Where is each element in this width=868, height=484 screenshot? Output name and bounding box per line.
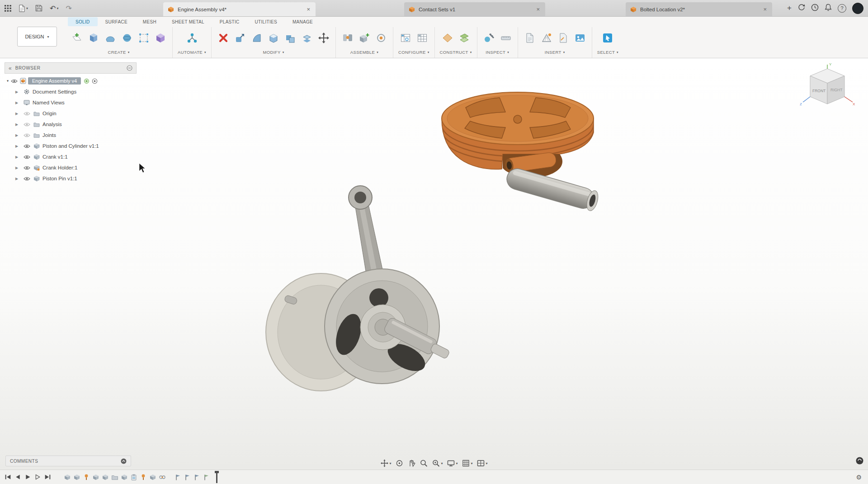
- create-dropdown[interactable]: CREATE▾: [108, 50, 129, 55]
- document-tab-engine-assembly[interactable]: Engine Assembly v4* ×: [163, 2, 316, 16]
- component-feature-icon[interactable]: [121, 474, 128, 481]
- workspace-switcher-button[interactable]: DESIGN ▾: [17, 27, 57, 47]
- tree-item-origin[interactable]: ▶ Origin: [5, 108, 137, 119]
- offset-plane-icon[interactable]: [441, 31, 454, 45]
- configuration-table-icon[interactable]: [415, 31, 429, 45]
- revolve-icon[interactable]: [120, 31, 134, 45]
- app-grid-icon[interactable]: [4, 4, 12, 13]
- pattern-icon[interactable]: [137, 31, 151, 45]
- configuration-icon[interactable]: [399, 31, 412, 45]
- construct-dropdown[interactable]: CONSTRUCT▾: [440, 50, 472, 55]
- step-back-icon[interactable]: [14, 474, 21, 480]
- flag-feature-icon[interactable]: [193, 474, 201, 481]
- component-feature-icon[interactable]: [102, 474, 109, 481]
- collapse-browser-icon[interactable]: «: [9, 65, 12, 71]
- expand-icon[interactable]: ▸: [6, 78, 10, 84]
- canvas-image-icon[interactable]: [573, 31, 587, 45]
- tree-item-document-settings[interactable]: ▶ Document Settings: [5, 86, 137, 97]
- clipboard-feature-icon[interactable]: [130, 474, 137, 481]
- go-to-end-icon[interactable]: [44, 474, 51, 480]
- color-swatch-icon[interactable]: [84, 78, 90, 84]
- document-tab-contact-sets[interactable]: Contact Sets v1 ×: [404, 2, 545, 16]
- assemble-dropdown[interactable]: ASSEMBLE▾: [350, 50, 378, 55]
- feedback-bubble-icon[interactable]: [856, 457, 863, 466]
- move-copy-icon[interactable]: [317, 31, 330, 45]
- fillet-icon[interactable]: [250, 31, 264, 45]
- go-to-start-icon[interactable]: [5, 474, 11, 480]
- tree-item-analysis[interactable]: ▶ Analysis: [5, 119, 137, 130]
- visibility-eye-icon[interactable]: [24, 122, 30, 127]
- visibility-eye-icon[interactable]: [24, 155, 30, 160]
- job-status-clock-icon[interactable]: [811, 4, 819, 13]
- viewcube-front-face[interactable]: FRONT: [812, 89, 826, 93]
- new-tab-icon[interactable]: +: [787, 4, 792, 13]
- measure-icon[interactable]: [482, 31, 496, 45]
- tree-item-crank-holder[interactable]: ▶ Crank Holder:1: [5, 162, 137, 173]
- activate-component-radio[interactable]: [92, 78, 98, 84]
- tree-root-engine-assembly[interactable]: ▸ Engine Assembly v4: [5, 75, 137, 86]
- extrude-icon[interactable]: [87, 31, 100, 45]
- flag-feature-icon[interactable]: [175, 474, 182, 481]
- expand-icon[interactable]: ▶: [14, 177, 20, 181]
- orbit-icon[interactable]: [395, 459, 403, 467]
- insert-mesh-icon[interactable]: [540, 31, 553, 45]
- form-icon[interactable]: [104, 31, 117, 45]
- visibility-eye-icon[interactable]: [11, 79, 18, 84]
- pin-feature-icon[interactable]: [83, 474, 90, 481]
- expand-icon[interactable]: ▶: [14, 133, 20, 137]
- folder-feature-icon[interactable]: [111, 474, 118, 481]
- close-tab-icon[interactable]: ×: [762, 6, 768, 13]
- extensions-icon[interactable]: [797, 4, 805, 13]
- new-component-icon[interactable]: [358, 31, 371, 45]
- visibility-eye-icon[interactable]: [24, 176, 30, 181]
- step-forward-icon[interactable]: [34, 474, 41, 480]
- comments-bar[interactable]: COMMENTS: [5, 456, 131, 466]
- combine-icon[interactable]: [283, 31, 297, 45]
- document-tab-bolted-location[interactable]: Bolted Location v2* ×: [626, 2, 772, 16]
- primitive-box-icon[interactable]: [154, 31, 167, 45]
- tab-utilities[interactable]: UTILITIES: [247, 16, 285, 27]
- component-feature-icon[interactable]: [92, 474, 99, 481]
- zoom-icon[interactable]: [420, 459, 428, 467]
- joint-icon[interactable]: [341, 31, 354, 45]
- tree-item-piston-and-cylinder[interactable]: ▶ Piston and Cylinder v1:1: [5, 141, 137, 151]
- expand-icon[interactable]: ▶: [14, 101, 20, 105]
- expand-icon[interactable]: ▶: [14, 90, 20, 94]
- create-sketch-icon[interactable]: [70, 31, 84, 45]
- flag-feature-icon[interactable]: [203, 474, 210, 481]
- tab-solid[interactable]: SOLID: [68, 17, 98, 26]
- component-feature-icon[interactable]: [73, 474, 80, 481]
- expand-icon[interactable]: ▶: [14, 155, 20, 159]
- tab-mesh[interactable]: MESH: [135, 16, 164, 27]
- delete-icon[interactable]: [217, 31, 230, 45]
- select-dropdown[interactable]: SELECT▾: [597, 50, 618, 55]
- pan-icon[interactable]: ▾: [380, 459, 391, 467]
- offset-face-icon[interactable]: [300, 31, 314, 45]
- tab-manage[interactable]: MANAGE: [285, 16, 321, 27]
- modify-dropdown[interactable]: MODIFY▾: [263, 50, 284, 55]
- display-settings-icon[interactable]: ▾: [447, 459, 458, 467]
- section-ruler-icon[interactable]: [499, 31, 513, 45]
- automate-dropdown[interactable]: AUTOMATE▾: [178, 50, 206, 55]
- press-pull-icon[interactable]: [233, 31, 247, 45]
- tree-item-piston-pin[interactable]: ▶ Piston Pin v1:1: [5, 173, 137, 184]
- notifications-bell-icon[interactable]: [825, 4, 832, 13]
- model-viewport[interactable]: FRONT RIGHT Z X Y « BROWSER ▸ Engine Ass…: [0, 58, 868, 470]
- expand-icon[interactable]: ▶: [14, 166, 20, 170]
- viewports-icon[interactable]: ▾: [477, 459, 488, 467]
- automate-icon[interactable]: [185, 31, 199, 45]
- viewcube-right-face[interactable]: RIGHT: [830, 88, 842, 92]
- tree-item-named-views[interactable]: ▶ Named Views: [5, 97, 137, 108]
- tree-item-joints[interactable]: ▶ Joints: [5, 130, 137, 141]
- root-document-label[interactable]: Engine Assembly v4: [28, 77, 81, 85]
- file-menu-icon[interactable]: ▾: [18, 4, 29, 13]
- piston-model[interactable]: [442, 92, 594, 178]
- component-feature-icon[interactable]: [64, 474, 71, 481]
- pin-feature-icon[interactable]: [140, 474, 147, 481]
- component-feature-icon[interactable]: [149, 474, 156, 481]
- configure-dropdown[interactable]: CONFIGURE▾: [398, 50, 429, 55]
- viewcube[interactable]: FRONT RIGHT Z X Y: [799, 63, 856, 111]
- help-icon[interactable]: ?: [838, 4, 846, 13]
- save-icon[interactable]: [34, 4, 43, 13]
- expand-icon[interactable]: ▶: [14, 144, 20, 148]
